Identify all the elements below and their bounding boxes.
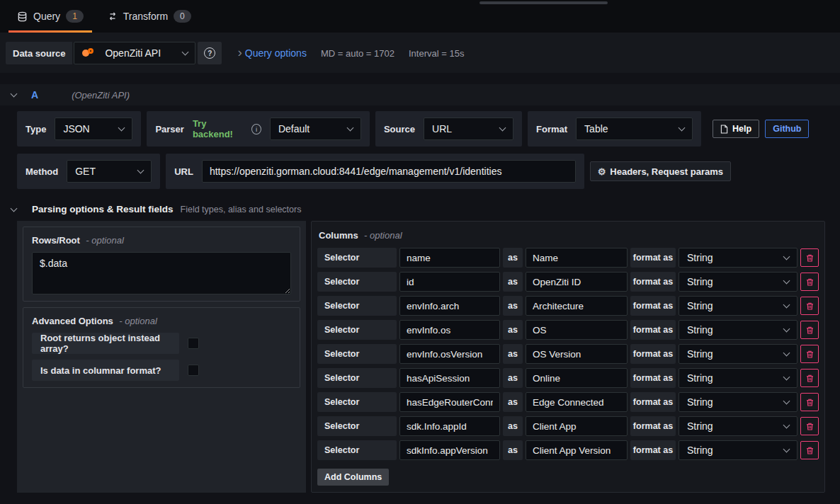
column-format-select[interactable]: String — [679, 344, 798, 364]
column-format-value: String — [687, 420, 713, 432]
advanced-options-optional-hint: - optional — [119, 316, 157, 326]
delete-column-button[interactable] — [800, 393, 819, 411]
add-columns-button[interactable]: Add Columns — [317, 469, 389, 486]
parsing-left-column: Rows/Root - optional $.data Advanced Opt… — [17, 221, 306, 493]
advanced-options-card: Advanced Options - optional Root returns… — [23, 307, 300, 388]
column-format-select[interactable]: String — [679, 416, 798, 436]
column-selector-input[interactable] — [399, 320, 500, 340]
chevron-down-icon — [137, 167, 144, 174]
parsing-options-section-toggle[interactable]: Parsing options & Result fields Field ty… — [11, 204, 840, 214]
format-select[interactable]: Table — [576, 118, 693, 140]
column-selector-input[interactable] — [399, 272, 500, 292]
transform-icon — [108, 11, 118, 21]
column-row: Selector as format as String — [317, 248, 819, 268]
rows-root-card: Rows/Root - optional $.data — [23, 227, 300, 302]
column-format-value: String — [687, 372, 713, 384]
help-button-label: Help — [732, 124, 751, 134]
trash-icon — [805, 398, 815, 407]
method-field: Method GET — [17, 154, 160, 189]
source-select[interactable]: URL — [424, 118, 513, 140]
selector-label: Selector — [317, 320, 397, 340]
panel-resize-handle[interactable] — [479, 1, 608, 4]
column-row: Selector as format as String — [317, 416, 819, 436]
column-format-select[interactable]: String — [679, 368, 798, 388]
rows-root-input[interactable]: $.data — [32, 252, 291, 294]
delete-column-button[interactable] — [800, 369, 819, 387]
column-selector-input[interactable] — [399, 368, 500, 388]
column-alias-input[interactable] — [526, 440, 628, 460]
chevron-down-icon — [11, 205, 18, 212]
tab-transform[interactable]: Transform 0 — [99, 0, 200, 33]
method-select[interactable]: GET — [67, 160, 152, 183]
column-alias-input[interactable] — [526, 248, 628, 268]
format-as-label: format as — [630, 368, 676, 388]
info-circle-icon[interactable]: i — [251, 124, 261, 134]
request-row: Method GET URL ⚙ Headers, Request params — [17, 154, 823, 189]
selector-label: Selector — [317, 416, 397, 436]
trash-icon — [805, 302, 815, 311]
columnar-format-checkbox[interactable] — [188, 365, 199, 376]
query-options-row: Type JSON Parser Try backend! i Default … — [17, 111, 823, 147]
column-selector-input[interactable] — [399, 440, 500, 460]
format-as-label: format as — [630, 320, 676, 340]
column-alias-input[interactable] — [526, 344, 628, 364]
delete-column-button[interactable] — [800, 297, 819, 315]
as-label: as — [503, 272, 523, 292]
delete-column-button[interactable] — [800, 417, 819, 435]
as-label: as — [503, 296, 523, 316]
format-as-label: format as — [630, 272, 676, 292]
column-selector-input[interactable] — [399, 392, 500, 412]
column-format-select[interactable]: String — [679, 392, 798, 412]
tab-query-label: Query — [33, 11, 60, 22]
github-button[interactable]: Github — [765, 120, 809, 138]
root-returns-object-checkbox[interactable] — [188, 338, 199, 349]
delete-column-button[interactable] — [800, 345, 819, 363]
format-label: Format — [536, 124, 567, 134]
column-selector-input[interactable] — [399, 416, 500, 436]
column-selector-input[interactable] — [399, 344, 500, 364]
column-alias-input[interactable] — [526, 320, 628, 340]
chevron-down-icon — [347, 125, 354, 132]
advanced-option-row: Root returns object instead array? — [32, 333, 291, 354]
column-alias-input[interactable] — [526, 272, 628, 292]
query-options-toggle[interactable]: Query options — [245, 47, 307, 59]
headers-button-label: Headers, Request params — [610, 166, 723, 177]
delete-column-button[interactable] — [800, 321, 819, 339]
query-count-badge: 1 — [66, 10, 84, 23]
delete-column-button[interactable] — [800, 273, 819, 291]
as-label: as — [503, 368, 523, 388]
delete-column-button[interactable] — [800, 441, 819, 459]
parser-select[interactable]: Default — [270, 118, 361, 140]
column-format-value: String — [687, 276, 713, 287]
help-button[interactable]: Help — [713, 120, 759, 138]
format-as-label: format as — [630, 392, 676, 412]
column-alias-input[interactable] — [526, 368, 628, 388]
column-format-select[interactable]: String — [679, 248, 798, 268]
column-selector-input[interactable] — [399, 248, 500, 268]
chevron-down-icon — [11, 91, 18, 98]
parsing-section-subtitle: Field types, alias and selectors — [181, 205, 302, 214]
delete-column-button[interactable] — [800, 248, 819, 267]
datasource-picker[interactable]: OpenZiti API — [74, 42, 195, 64]
column-format-value: String — [687, 396, 713, 408]
url-input[interactable] — [202, 160, 576, 183]
column-alias-input[interactable] — [526, 392, 628, 412]
trash-icon — [805, 277, 815, 287]
type-select[interactable]: JSON — [55, 118, 132, 140]
column-alias-input[interactable] — [526, 416, 628, 436]
query-row-header[interactable]: A (OpenZiti API) — [0, 84, 840, 105]
column-row: Selector as format as String — [317, 296, 819, 316]
tab-query[interactable]: Query 1 — [8, 0, 92, 33]
datasource-help-button[interactable]: ? — [198, 42, 222, 64]
column-selector-input[interactable] — [399, 296, 500, 316]
tab-transform-label: Transform — [123, 11, 168, 22]
column-format-select[interactable]: String — [679, 320, 798, 340]
column-format-select[interactable]: String — [679, 296, 798, 316]
column-format-select[interactable]: String — [679, 272, 798, 292]
headers-request-params-button[interactable]: ⚙ Headers, Request params — [590, 161, 731, 181]
format-as-label: format as — [630, 344, 676, 364]
column-format-select[interactable]: String — [679, 440, 798, 460]
question-circle-icon: ? — [204, 47, 215, 59]
column-alias-input[interactable] — [526, 296, 628, 316]
selector-label: Selector — [317, 344, 397, 364]
